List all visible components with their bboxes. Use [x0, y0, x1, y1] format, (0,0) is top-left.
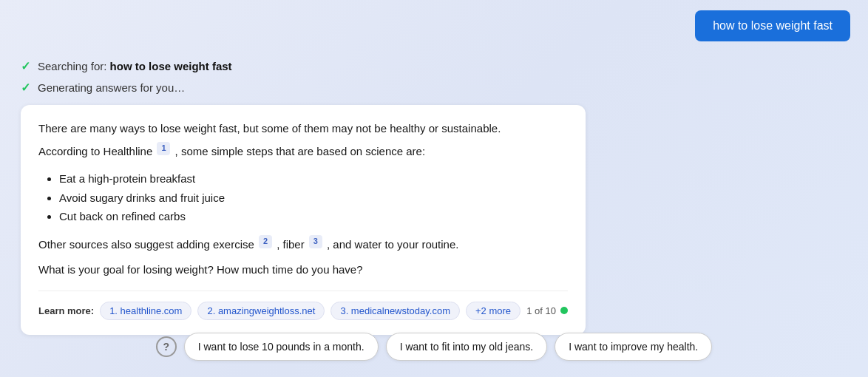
suggestion-chip-2[interactable]: I want to fit into my old jeans.: [386, 333, 548, 361]
main-content: ✓ Searching for: how to lose weight fast…: [0, 0, 606, 350]
suggestions-row: ? I want to lose 10 pounds in a month. I…: [0, 333, 868, 361]
bullet-list: Eat a high-protein breakfast Avoid sugar…: [38, 169, 568, 226]
answer-question: What is your goal for losing weight? How…: [38, 261, 568, 279]
answer-card: There are many ways to lose weight fast,…: [21, 105, 586, 335]
suggestion-chip-1[interactable]: I want to lose 10 pounds in a month.: [184, 333, 379, 361]
searching-text: Searching for: how to lose weight fast: [38, 60, 232, 72]
citation-2: 2: [259, 235, 272, 248]
more-sources-chip[interactable]: +2 more: [466, 302, 521, 320]
answer-other-sources: Other sources also suggest adding exerci…: [38, 235, 568, 254]
check-icon: ✓: [21, 59, 30, 73]
generating-status: ✓ Generating answers for you…: [21, 81, 586, 95]
green-dot-icon: [560, 307, 568, 314]
learn-more-label: Learn more:: [38, 305, 94, 316]
answer-healthline: According to Healthline 1 , some simple …: [38, 142, 568, 160]
page-indicator: 1 of 10: [526, 305, 568, 316]
suggestion-chip-3[interactable]: I want to improve my health.: [555, 333, 712, 361]
source-chip-2[interactable]: 2. amazingweightloss.net: [197, 302, 325, 320]
help-icon[interactable]: ?: [156, 336, 177, 357]
source-chip-1[interactable]: 1. healthline.com: [100, 302, 191, 320]
citation-1: 1: [157, 142, 170, 155]
list-item: Avoid sugary drinks and fruit juice: [59, 188, 568, 208]
learn-more-bar: Learn more: 1. healthline.com 2. amazing…: [38, 291, 568, 320]
searching-status: ✓ Searching for: how to lose weight fast: [21, 59, 586, 73]
search-button[interactable]: how to lose weight fast: [695, 10, 850, 41]
citation-3: 3: [309, 235, 322, 248]
source-chip-3[interactable]: 3. medicalnewstoday.com: [330, 302, 460, 320]
list-item: Eat a high-protein breakfast: [59, 169, 568, 188]
check-icon-2: ✓: [21, 81, 30, 95]
generating-text: Generating answers for you…: [38, 81, 185, 94]
list-item: Cut back on refined carbs: [59, 207, 568, 226]
answer-intro: There are many ways to lose weight fast,…: [38, 120, 568, 137]
